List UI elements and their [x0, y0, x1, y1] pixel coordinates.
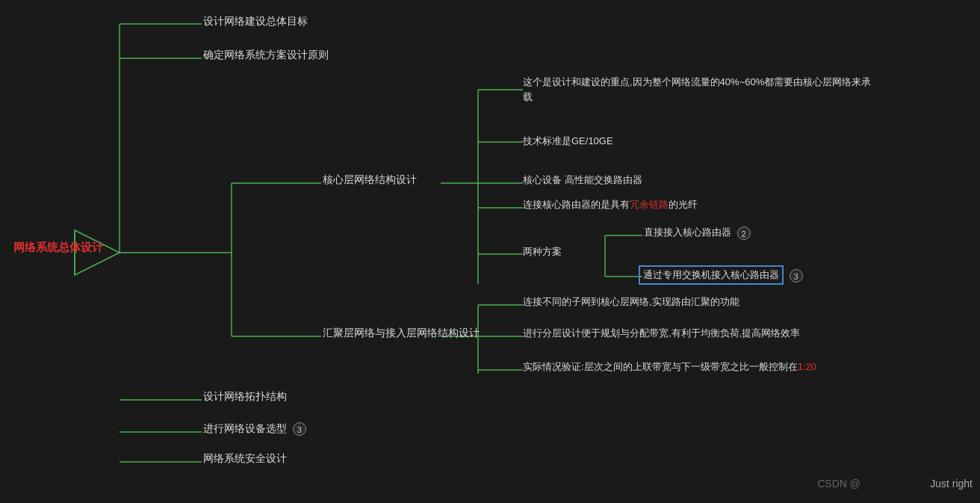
red-ratio: 1:20: [798, 361, 816, 372]
core-child-4: 连接核心路由器的是具有冗余链路的光纤: [523, 198, 698, 212]
agg-child-1-text: 连接不同的子网到核心层网络,实现路由汇聚的功能: [523, 296, 739, 307]
top-node-2-text: 确定网络系统方案设计原则: [203, 49, 329, 61]
level1-core: 核心层网络结构设计: [323, 173, 417, 187]
core-child-3-text: 核心设备 高性能交换路由器: [523, 174, 642, 185]
agg-child-2-text: 进行分层设计便于规划与分配带宽,有利于均衡负荷,提高网络效率: [523, 327, 800, 339]
bottom-node-2: 进行网络设备选型 3: [203, 422, 306, 436]
top-node-1: 设计网络建设总体目标: [203, 15, 308, 28]
bottom-node-1: 设计网络拓扑结构: [203, 390, 287, 404]
method-2-highlight: 通过专用交换机接入核心路由器: [639, 265, 784, 285]
method-1-badge: 2: [737, 226, 751, 240]
level1-aggregation-text: 汇聚层网络与接入层网络结构设计: [323, 327, 480, 339]
agg-child-2: 进行分层设计便于规划与分配带宽,有利于均衡负荷,提高网络效率: [523, 327, 800, 340]
top-node-2: 确定网络系统方案设计原则: [203, 49, 329, 62]
core-child-2-text: 技术标准是GE/10GE: [523, 135, 613, 146]
red-redundant: 冗余链路: [630, 199, 669, 210]
root-text: 网络系统总体设计: [13, 241, 103, 253]
top-node-1-text: 设计网络建设总体目标: [203, 15, 308, 27]
method-2: 通过专用交换机接入核心路由器 3: [639, 265, 803, 285]
level1-core-text: 核心层网络结构设计: [323, 173, 417, 185]
core-child-4-text: 连接核心路由器的是具有冗余链路的光纤: [523, 199, 698, 210]
watermark-text: CSDN @: [817, 478, 860, 490]
core-child-5: 两种方案: [523, 245, 562, 259]
watermark-right: Just right: [930, 478, 973, 490]
core-child-3: 核心设备 高性能交换路由器: [523, 173, 642, 187]
core-child-1: 这个是设计和建设的重点,因为整个网络流量的40%~60%都需要由核心层网络来承载: [523, 75, 871, 104]
core-child-1-text: 这个是设计和建设的重点,因为整个网络流量的40%~60%都需要由核心层网络来承载: [523, 76, 871, 102]
core-child-5-text: 两种方案: [523, 246, 562, 257]
level1-aggregation: 汇聚层网络与接入层网络结构设计: [323, 327, 480, 340]
agg-child-1: 连接不同的子网到核心层网络,实现路由汇聚的功能: [523, 295, 739, 309]
bottom-node-3: 网络系统安全设计: [203, 452, 287, 466]
bottom-node-1-text: 设计网络拓扑结构: [203, 390, 287, 402]
watermark-right-text: Just right: [930, 478, 973, 490]
bottom-node-3-text: 网络系统安全设计: [203, 452, 287, 464]
bottom-node-2-text: 进行网络设备选型: [203, 422, 287, 434]
root-node: 网络系统总体设计: [13, 241, 103, 255]
agg-child-3: 实际情况验证:层次之间的上联带宽与下一级带宽之比一般控制在1:20: [523, 360, 816, 374]
core-child-2: 技术标准是GE/10GE: [523, 135, 613, 148]
method-1-text: 直接接入核心路由器: [644, 226, 731, 238]
watermark: CSDN @: [817, 478, 860, 490]
method-1: 直接接入核心路由器 2: [644, 226, 751, 240]
main-canvas: 设计网络建设总体目标 确定网络系统方案设计原则 网络系统总体设计 核心层网络结构…: [0, 0, 980, 503]
method-2-badge: 3: [790, 269, 803, 283]
bottom-node-2-badge: 3: [293, 422, 306, 436]
agg-child-3-text: 实际情况验证:层次之间的上联带宽与下一级带宽之比一般控制在1:20: [523, 361, 816, 372]
